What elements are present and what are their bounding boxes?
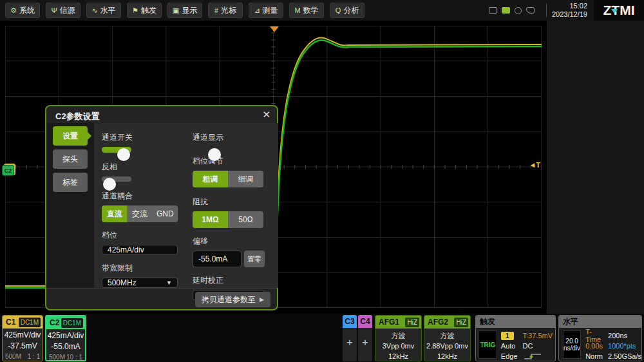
tab-label[interactable]: 标签 [53,173,88,192]
clock-time: 15:02 [552,2,587,10]
menu-cursor-label: 光标 [221,5,236,16]
c1-probe-ratio: 1 : 1 [28,353,40,360]
angle-ruler-icon: ⊿ [254,6,260,15]
fine-button[interactable]: 细调 [228,171,263,187]
afg1-block[interactable]: AFG1 HiZ 方波 3Vpp 0mv 12kHz [375,315,422,361]
c2-offset: -55.0mA [46,341,85,352]
dialog-content: 通道开关 反相 通道耦合 直流 交流 GND 档位 425mA/div 带宽限制… [94,123,278,288]
channel-switch-label: 通道开关 [102,132,181,143]
menu-analyze[interactable]: Q 分析 [330,3,365,18]
channel-c1-block[interactable]: C1 DC1M 425mV/div -37.5mV 500M 1 : 1 [2,315,43,361]
menu-math[interactable]: M 数学 [289,3,324,18]
topbar-status-area: 15:02 2023/12/19 ZTMI [489,0,644,21]
oscilloscope-screen: ⚙ 系统 Ψ 信源 ∿ 水平 ⚑ 触发 ▣ 显示 # 光标 [0,0,644,362]
gear-icon: ⚙ [10,6,17,15]
scale-label: 档位 [102,230,181,241]
c2-coupling-badge: DC1M [61,318,83,328]
impedance-50-button[interactable]: 50Ω [228,211,263,228]
menu-display-label: 显示 [182,5,197,16]
tab-settings[interactable]: 设置 [53,126,88,146]
afg1-values: 方波 3Vpp 0mv 12kHz [375,329,421,361]
t-time-value: 200ns [608,332,641,339]
afg1-frequency: 12kHz [375,351,421,361]
bandwidth-value: 500MHz [108,278,137,287]
channel-switch-toggle[interactable] [102,147,131,153]
horizontal-panel-title: 水平 [559,316,641,328]
menu-horizontal[interactable]: ∿ 水平 [86,3,121,18]
menu-math-label: 数学 [303,5,319,16]
c1-name: C1 [6,318,15,327]
afg1-impedance-badge: HiZ [405,318,419,327]
channel-ground-marker[interactable]: C2 [2,165,16,176]
afg1-name: AFG1 [379,318,399,327]
toggle-knob [117,148,130,161]
copy-channel-params-button[interactable]: 拷贝通道参数至 ▶ [195,292,270,307]
menu-display[interactable]: ▣ 显示 [167,3,202,18]
c3-add-icon: + [343,337,357,348]
impedance-label: 阻抗 [193,196,272,207]
menu-system[interactable]: ⚙ 系统 [5,3,40,18]
channel-c3-block[interactable]: C3 + [343,315,357,361]
dialog-left-column: 通道开关 反相 通道耦合 直流 交流 GND 档位 425mA/div 带宽限制… [102,128,181,288]
copy-button-label: 拷贝通道参数至 [202,294,256,305]
tab-probe[interactable]: 探头 [53,149,88,169]
menu-source-label: 信源 [60,5,75,16]
deskew-label: 延时校正 [193,275,272,286]
offset-row: -55.0mA 置零 [193,251,272,267]
trigger-position-marker[interactable] [270,26,279,32]
usb-storage-icon[interactable] [502,7,510,14]
afg1-header: AFG1 HiZ [375,316,421,329]
display-grid-icon: ▣ [173,6,179,15]
coarse-button[interactable]: 粗调 [193,171,228,187]
arrow-right-icon: ▶ [260,296,264,303]
channel-c4-block[interactable]: C4 + [358,315,372,361]
impedance-1m-button[interactable]: 1MΩ [193,211,228,228]
network-icon[interactable] [515,7,522,14]
close-icon[interactable]: ✕ [262,109,270,120]
timebase-value: 20.0 [565,338,578,345]
dialog-tab-column: 设置 探头 标签 [46,123,94,288]
horizontal-panel[interactable]: 水平 20.0 ns/div T-Time 200ns 0.00s 1000*p… [558,315,642,361]
touch-icon[interactable] [526,7,535,14]
status-icons [489,7,535,14]
horizontal-details: T-Time 200ns 0.00s 1000*pts Norm 2.50GSa… [585,330,641,361]
gain-adjust-label: 档位调节 [193,156,272,167]
waveform-icon: ∿ [91,6,97,15]
display-output-icon[interactable] [489,7,497,14]
trig-status-box: TRIG [478,330,497,359]
coupling-label: 通道耦合 [102,191,181,202]
trigger-panel[interactable]: 触发 TRIG 1 T:37.5mV Auto DC Edge [475,315,556,361]
c3-name: C3 [345,317,354,326]
c2-probe-ratio: 10 : 1 [66,354,82,361]
afg2-block[interactable]: AFG2 HiZ 方波 2.88Vpp 0mv 12kHz [424,315,471,361]
menu-trigger[interactable]: ⚑ 触发 [127,3,162,18]
menu-source[interactable]: Ψ 信源 [46,3,80,18]
coupling-gnd-button[interactable]: GND [153,205,178,222]
menu-measure[interactable]: ⊿ 测量 [249,3,283,18]
menu-buttons: ⚙ 系统 Ψ 信源 ∿ 水平 ⚑ 触发 ▣ 显示 # 光标 [5,3,365,18]
scale-input[interactable]: 425mA/div [102,245,178,255]
trigger-source-badge[interactable]: 1 [501,332,514,340]
bandwidth-label: 带宽限制 [102,263,181,274]
c4-add-icon: + [358,337,372,348]
timebase-box[interactable]: 20.0 ns/div [563,330,581,359]
coupling-ac-button[interactable]: 交流 [127,205,152,222]
offset-input[interactable]: -55.0mA [193,251,242,267]
coupling-dc-button[interactable]: 直流 [102,205,127,222]
c2-marker[interactable]: C2 [2,165,14,176]
afg2-amplitude: 2.88Vpp 0mv [424,341,470,351]
trigger-mode: Auto [501,342,518,350]
trigger-level-marker[interactable]: ◄T [529,161,540,169]
horizontal-panel-body: 20.0 ns/div T-Time 200ns 0.00s 1000*pts … [559,328,641,361]
afg2-values: 方波 2.88Vpp 0mv 12kHz [424,329,470,361]
channel-c2-block[interactable]: C2 DC1M 425mA/div -55.0mA 500M 10 : 1 [45,315,86,361]
afg2-impedance-badge: HiZ [454,318,468,327]
bandwidth-dropdown[interactable]: 500MHz ▼ [102,278,178,288]
toggle-knob [103,178,116,191]
set-zero-button[interactable]: 置零 [244,251,265,267]
hash-cursor-icon: # [214,6,218,14]
invert-toggle[interactable] [102,176,131,182]
afg1-amplitude: 3Vpp 0mv [375,341,421,351]
menu-cursor[interactable]: # 光标 [208,3,243,18]
trigger-panel-title: 触发 [476,316,555,328]
